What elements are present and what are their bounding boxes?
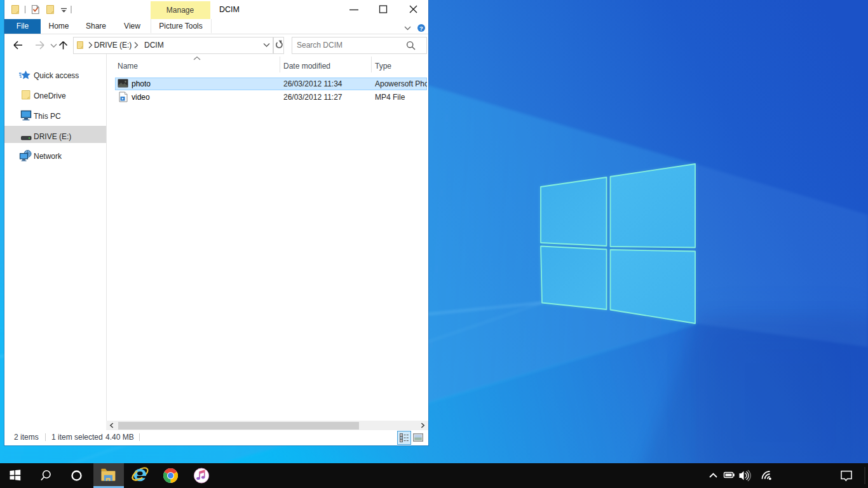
svg-text:?: ? <box>419 25 423 32</box>
